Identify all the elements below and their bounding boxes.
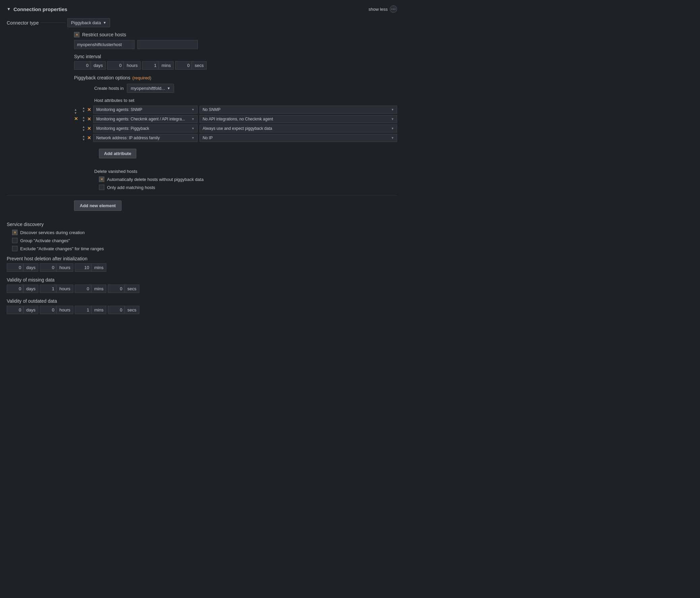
attr-value-dropdown-3[interactable]: Always use and expect piggyback data ▼ <box>200 125 397 132</box>
show-less-dots-icon: ··· <box>390 5 397 13</box>
host-attributes-label: Host attributes to set <box>94 98 134 103</box>
attr-key-arrow-1: ▼ <box>192 108 195 111</box>
attr-value-arrow-1: ▼ <box>391 108 394 111</box>
folder-value: myopenshiftfold... <box>131 86 165 91</box>
attr-key-dropdown-2[interactable]: Monitoring agents: Checkmk agent / API i… <box>93 115 198 123</box>
host-input-2[interactable] <box>137 40 198 49</box>
add-new-element-button[interactable]: Add new element <box>74 201 122 211</box>
outdated-mins-label: mins <box>92 306 106 314</box>
outdated-days-label: days <box>24 306 39 314</box>
missing-mins-input[interactable] <box>75 285 92 293</box>
sort-arrows-2[interactable]: ▲ ▼ <box>82 116 85 123</box>
sync-mins-label: mins <box>159 61 174 70</box>
attr-value-arrow-2: ▼ <box>391 118 394 121</box>
attr-key-dropdown-1[interactable]: Monitoring agents: SNMP ▼ <box>93 106 198 114</box>
auto-delete-label: Automatically delete hosts without piggy… <box>107 177 204 182</box>
sync-days-input[interactable] <box>74 61 91 70</box>
auto-delete-checkbox[interactable]: ✕ <box>99 177 104 182</box>
outdated-secs-label: secs <box>125 306 139 314</box>
prevent-mins-label: mins <box>92 263 106 272</box>
attr-key-arrow-3: ▼ <box>192 127 195 130</box>
attr-value-dropdown-4[interactable]: No IP ▼ <box>200 134 397 142</box>
missing-days-input[interactable] <box>7 285 24 293</box>
prevent-days-input[interactable] <box>7 263 24 272</box>
outdated-mins-input[interactable] <box>75 306 92 314</box>
group-activate-checkbox[interactable] <box>12 238 18 243</box>
service-discovery-label: Service discovery <box>7 222 44 227</box>
attr-key-dropdown-4[interactable]: Network address: IP address family ▼ <box>93 134 198 142</box>
outer-controls: ▲ ▼ ✕ <box>74 108 78 122</box>
prevent-hours-input[interactable] <box>40 263 56 272</box>
show-less-button[interactable]: show less ··· <box>369 5 397 13</box>
sync-hours-label: hours <box>124 61 141 70</box>
delete-x-1[interactable]: ✕ <box>87 107 91 112</box>
missing-hours-label: hours <box>56 285 73 293</box>
sync-hours-input[interactable] <box>107 61 124 70</box>
delete-vanished-label: Delete vanished hosts <box>94 169 137 174</box>
outdated-days-input[interactable] <box>7 306 24 314</box>
attr-value-arrow-4: ▼ <box>391 136 394 139</box>
required-label: (required) <box>132 75 151 80</box>
dropdown-arrow-icon: ▼ <box>103 21 106 25</box>
attr-key-dropdown-3[interactable]: Monitoring agents: Piggyback ▼ <box>93 125 198 132</box>
only-add-label: Only add matching hosts <box>107 185 155 190</box>
sync-days-label: days <box>91 61 106 70</box>
sync-mins-input[interactable] <box>142 61 159 70</box>
missing-hours-input[interactable] <box>40 285 56 293</box>
restrict-source-row: ✕ Restrict source hosts <box>74 32 397 37</box>
exclude-activate-label: Exclude "Activate changes" for time rang… <box>20 246 104 251</box>
attribute-row: ▲ ▼ ✕ Monitoring agents: Checkmk agent /… <box>82 115 397 123</box>
sync-secs-label: secs <box>192 61 207 70</box>
delete-x-3[interactable]: ✕ <box>87 126 91 131</box>
prevent-hours-label: hours <box>56 263 73 272</box>
attribute-row: ▲ ▼ ✕ Network address: IP address family… <box>82 134 397 142</box>
outer-delete-x[interactable]: ✕ <box>74 116 78 122</box>
attr-value-dropdown-1[interactable]: No SNMP ▼ <box>200 106 397 114</box>
outdated-hours-input[interactable] <box>40 306 56 314</box>
sort-arrows-3[interactable]: ▲ ▼ <box>82 126 85 132</box>
attr-key-arrow-2: ▼ <box>192 118 195 121</box>
restrict-source-checkbox[interactable]: ✕ <box>74 32 79 37</box>
outer-sort-arrows[interactable]: ▲ ▼ <box>74 108 78 115</box>
connection-properties-title: Connection properties <box>14 6 67 12</box>
sort-arrows-4[interactable]: ▲ ▼ <box>82 135 85 141</box>
prevent-mins-input[interactable] <box>75 263 92 272</box>
delete-x-2[interactable]: ✕ <box>87 116 91 122</box>
connector-type-label: Connector type <box>7 20 67 26</box>
attr-value-arrow-3: ▼ <box>391 127 394 130</box>
section-divider <box>7 196 397 196</box>
folder-dropdown[interactable]: myopenshiftfold... ▼ <box>127 84 174 93</box>
add-attribute-button[interactable]: Add attribute <box>99 149 136 158</box>
attribute-row: ▲ ▼ ✕ Monitoring agents: SNMP ▼ No SNMP … <box>82 106 397 114</box>
outdated-hours-label: hours <box>56 306 73 314</box>
sort-arrows-1[interactable]: ▲ ▼ <box>82 107 85 113</box>
discover-services-checkbox[interactable]: ✕ <box>12 230 18 235</box>
section-title: ▼ Connection properties <box>7 6 67 12</box>
sync-interval-label: Sync interval <box>74 54 101 59</box>
outdated-secs-input[interactable] <box>108 306 125 314</box>
missing-secs-input[interactable] <box>108 285 125 293</box>
triangle-icon: ▼ <box>7 7 11 11</box>
connector-type-dropdown[interactable]: Piggyback data ▼ <box>67 18 110 27</box>
delete-x-4[interactable]: ✕ <box>87 135 91 140</box>
folder-dropdown-arrow-icon: ▼ <box>167 86 170 90</box>
prevent-days-label: days <box>24 263 39 272</box>
restrict-source-label: Restrict source hosts <box>82 32 126 37</box>
piggyback-creation-label: Piggyback creation options <box>74 75 130 80</box>
show-less-label: show less <box>369 7 388 12</box>
validity-outdated-label: Validity of outdated data <box>7 298 57 304</box>
attr-key-arrow-4: ▼ <box>192 136 195 139</box>
attr-value-dropdown-2[interactable]: No API integrations, no Checkmk agent ▼ <box>200 115 397 123</box>
attribute-row: ▲ ▼ ✕ Monitoring agents: Piggyback ▼ Alw… <box>82 125 397 132</box>
exclude-activate-checkbox[interactable] <box>12 246 18 251</box>
prevent-deletion-label: Prevent host deletion after initializati… <box>7 256 88 261</box>
host-input-1[interactable] <box>74 40 134 49</box>
missing-secs-label: secs <box>125 285 139 293</box>
group-activate-label: Group "Activate changes" <box>20 238 70 243</box>
create-hosts-label: Create hosts in <box>94 86 124 91</box>
missing-mins-label: mins <box>92 285 106 293</box>
validity-missing-label: Validity of missing data <box>7 277 54 283</box>
sync-secs-input[interactable] <box>175 61 192 70</box>
missing-days-label: days <box>24 285 39 293</box>
only-add-checkbox[interactable] <box>99 185 104 190</box>
